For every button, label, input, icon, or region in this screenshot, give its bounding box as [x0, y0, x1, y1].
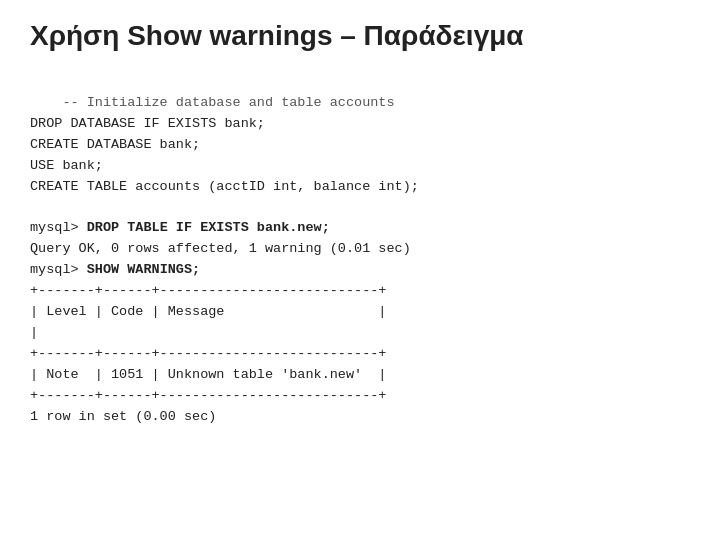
mysql-show-prompt: mysql> [30, 262, 87, 277]
table-border-top: +-------+------+------------------------… [30, 283, 386, 424]
code-block: -- Initialize database and table account… [30, 72, 690, 449]
mysql-drop-command: DROP TABLE IF EXISTS bank.new; [87, 220, 330, 235]
mysql-drop-prompt: mysql> [30, 220, 87, 235]
setup-code: DROP DATABASE IF EXISTS bank; CREATE DAT… [30, 116, 419, 194]
comment-line: -- Initialize database and table account… [62, 95, 394, 110]
query-ok-line: Query OK, 0 rows affected, 1 warning (0.… [30, 241, 411, 256]
mysql-show-command: SHOW WARNINGS; [87, 262, 200, 277]
page-title: Χρήση Show warnings – Παράδειγμα [30, 20, 690, 52]
page-container: Χρήση Show warnings – Παράδειγμα -- Init… [0, 0, 720, 540]
